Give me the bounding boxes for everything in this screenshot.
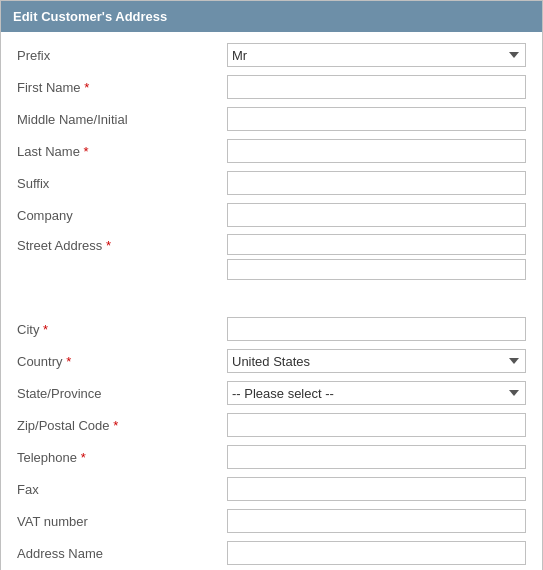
street-address-line2[interactable]: [227, 259, 526, 280]
company-row: Company: [17, 202, 526, 228]
middle-name-row: Middle Name/Initial: [17, 106, 526, 132]
state-province-select[interactable]: -- Please select --: [227, 381, 526, 405]
country-select[interactable]: United States: [227, 349, 526, 373]
zip-postal-code-row: Zip/Postal Code *: [17, 412, 526, 438]
city-input[interactable]: [227, 317, 526, 341]
state-province-row: State/Province -- Please select --: [17, 380, 526, 406]
first-name-label: First Name *: [17, 80, 227, 95]
street-address-inputs: [227, 234, 526, 280]
street-address-line1[interactable]: [227, 234, 526, 255]
last-name-required: *: [84, 144, 89, 159]
suffix-row: Suffix: [17, 170, 526, 196]
street-address-required: *: [106, 238, 111, 253]
vat-number-input[interactable]: [227, 509, 526, 533]
spacer: [17, 286, 526, 312]
fax-row: Fax: [17, 476, 526, 502]
edit-address-form: Edit Customer's Address Prefix Mr Mrs Ms…: [0, 0, 543, 570]
prefix-label: Prefix: [17, 48, 227, 63]
city-required: *: [43, 322, 48, 337]
last-name-label: Last Name *: [17, 144, 227, 159]
company-input[interactable]: [227, 203, 526, 227]
country-row: Country * United States: [17, 348, 526, 374]
zip-required: *: [113, 418, 118, 433]
middle-name-label: Middle Name/Initial: [17, 112, 227, 127]
telephone-input[interactable]: [227, 445, 526, 469]
first-name-input[interactable]: [227, 75, 526, 99]
form-title: Edit Customer's Address: [13, 9, 167, 24]
zip-postal-code-label: Zip/Postal Code *: [17, 418, 227, 433]
address-name-input[interactable]: [227, 541, 526, 565]
street-address-row: Street Address *: [17, 234, 526, 280]
address-name-label: Address Name: [17, 546, 227, 561]
vat-number-label: VAT number: [17, 514, 227, 529]
telephone-required: *: [81, 450, 86, 465]
telephone-label: Telephone *: [17, 450, 227, 465]
last-name-input[interactable]: [227, 139, 526, 163]
suffix-input[interactable]: [227, 171, 526, 195]
first-name-row: First Name *: [17, 74, 526, 100]
first-name-required: *: [84, 80, 89, 95]
vat-number-row: VAT number: [17, 508, 526, 534]
fax-input[interactable]: [227, 477, 526, 501]
suffix-label: Suffix: [17, 176, 227, 191]
address-name-row: Address Name: [17, 540, 526, 566]
fax-label: Fax: [17, 482, 227, 497]
prefix-select[interactable]: Mr Mrs Ms Dr: [227, 43, 526, 67]
country-required: *: [66, 354, 71, 369]
prefix-row: Prefix Mr Mrs Ms Dr: [17, 42, 526, 68]
form-body: Prefix Mr Mrs Ms Dr First Name * Middle …: [1, 32, 542, 570]
telephone-row: Telephone *: [17, 444, 526, 470]
form-header: Edit Customer's Address: [1, 1, 542, 32]
middle-name-input[interactable]: [227, 107, 526, 131]
last-name-row: Last Name *: [17, 138, 526, 164]
company-label: Company: [17, 208, 227, 223]
country-label: Country *: [17, 354, 227, 369]
city-label: City *: [17, 322, 227, 337]
city-row: City *: [17, 316, 526, 342]
street-address-label: Street Address *: [17, 234, 227, 253]
state-province-label: State/Province: [17, 386, 227, 401]
zip-postal-code-input[interactable]: [227, 413, 526, 437]
